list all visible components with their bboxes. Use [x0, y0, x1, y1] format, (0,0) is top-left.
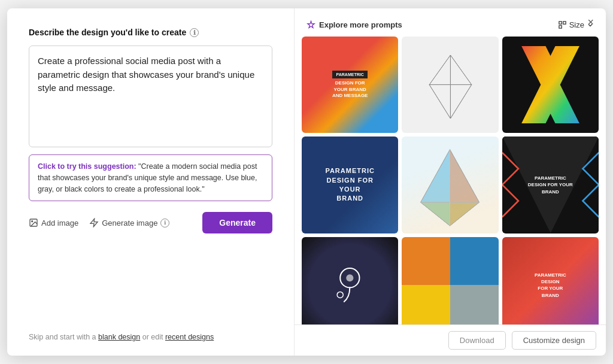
customize-design-button[interactable]: Customize design	[512, 331, 596, 350]
add-image-label: Add image	[41, 219, 78, 228]
explore-label-text: Explore more prompts	[319, 20, 402, 29]
svg-point-22	[347, 274, 354, 281]
svg-marker-7	[450, 55, 471, 119]
size-label: Size	[569, 20, 584, 29]
blank-design-link[interactable]: blank design	[98, 333, 140, 341]
svg-marker-8	[429, 55, 450, 119]
svg-rect-3	[559, 22, 562, 24]
generate-image-icon	[89, 218, 99, 228]
panel-title: Describe the design you'd like to create…	[29, 28, 272, 37]
suggestion-link[interactable]: Click to try this suggestion:	[38, 162, 136, 171]
wireframe-svg	[417, 51, 484, 119]
generate-image-info-icon[interactable]: ℹ	[160, 219, 169, 228]
generate-image-label: Generate image	[102, 219, 157, 228]
explore-label: Explore more prompts	[306, 20, 402, 29]
svg-point-23	[337, 292, 343, 298]
grid-item[interactable]	[402, 136, 498, 233]
grid-columns: PARAMETRIC DESIGN FORYOUR BRANDAND MESSA…	[302, 37, 599, 324]
close-button[interactable]: ×	[585, 16, 596, 29]
rainbow-x-svg	[512, 46, 589, 123]
bottom-skip-text: Skip and start with a	[29, 333, 98, 341]
grid-item[interactable]: PARAMETRICDESIGN FORYOURBRAND	[302, 136, 398, 233]
info-icon[interactable]: ℹ	[190, 28, 199, 37]
svg-rect-5	[559, 26, 562, 28]
modal-container: × Describe the design you'd like to crea…	[7, 8, 606, 356]
pyramid-svg	[409, 144, 491, 226]
generate-image-button[interactable]: Generate image ℹ	[89, 218, 169, 228]
svg-marker-2	[90, 219, 98, 227]
image-grid: PARAMETRIC DESIGN FORYOUR BRANDAND MESSA…	[295, 37, 606, 324]
actions-row: Add image Generate image ℹ Generate	[29, 212, 272, 233]
action-left: Add image Generate image ℹ	[29, 218, 169, 228]
prompt-textarea[interactable]: Create a professional social media post …	[29, 46, 272, 147]
grid-item[interactable]	[402, 237, 498, 324]
right-panel: Explore more prompts Size PARAMETRIC DES…	[295, 8, 606, 356]
suggestion-box: Click to try this suggestion: "Create a …	[29, 154, 272, 201]
grid-item[interactable]: PARAMETRIC DESIGN FORYOUR BRANDAND MESSA…	[302, 37, 398, 133]
sparkle-icon	[306, 20, 315, 29]
svg-rect-4	[563, 22, 565, 24]
recent-designs-link[interactable]: recent designs	[165, 333, 214, 341]
location-svg	[326, 261, 374, 310]
grid-item[interactable]: PARAMETRICDESIGN FOR YOURBRAND	[502, 136, 599, 233]
grid-item[interactable]: PARAMETRICDESIGNFOR YOURBRAND	[502, 237, 599, 324]
grid-item[interactable]	[502, 37, 599, 133]
add-image-button[interactable]: Add image	[29, 218, 78, 228]
generate-button[interactable]: Generate	[202, 212, 272, 233]
panel-title-text: Describe the design you'd like to create	[29, 28, 186, 37]
download-button[interactable]: Download	[448, 331, 506, 350]
size-icon	[558, 20, 567, 29]
bottom-link: Skip and start with a blank design or ed…	[29, 333, 272, 341]
right-header: Explore more prompts Size	[295, 20, 606, 37]
grid-item[interactable]	[302, 237, 398, 324]
add-image-icon	[29, 218, 38, 228]
bottom-bar: Download Customize design	[295, 324, 606, 356]
left-panel: Describe the design you'd like to create…	[7, 8, 295, 356]
svg-point-1	[32, 221, 33, 222]
bottom-or-text: or edit	[142, 333, 165, 341]
svg-marker-12	[521, 46, 579, 123]
grid-item[interactable]	[402, 37, 498, 133]
